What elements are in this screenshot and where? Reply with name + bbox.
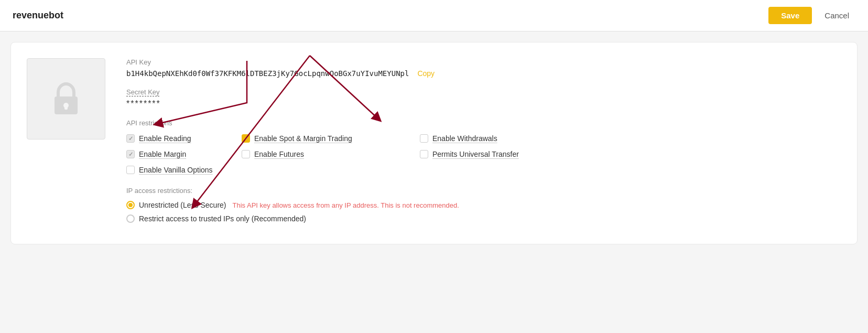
main-content: API Key b1H4kbQepNXEhKd0f0Wf37KFKM6lDTBE… [10,42,858,244]
checkbox-enable-reading-label[interactable]: Enable Reading [139,134,191,143]
checkbox-row-0: Enable Reading Enable Spot & Margin Trad… [126,134,841,143]
warning-text: This API key allows access from any IP a… [233,201,459,209]
cancel-button[interactable]: Cancel [818,7,855,24]
api-key-row: b1H4kbQepNXEhKd0f0Wf37KFKM6lDTBEZ3jKy7Go… [126,69,841,78]
checkbox-enable-withdrawals-input[interactable] [420,134,428,143]
secret-key-label: Secret Key [126,88,841,96]
api-restrictions-label: API restrictions [126,119,841,127]
checkbox-enable-margin-input[interactable] [126,150,135,158]
checkbox-enable-futures-input[interactable] [242,150,250,158]
checkbox-enable-reading-input[interactable] [126,134,135,143]
checkbox-enable-reading: Enable Reading [126,134,242,143]
checkbox-enable-spot-margin-label[interactable]: Enable Spot & Margin Trading [254,134,352,143]
radio-unrestricted-label[interactable]: Unrestricted (Less Secure) [139,201,226,209]
top-bar: revenuebot Save Cancel [0,0,868,31]
checkbox-enable-vanilla-input[interactable] [126,166,135,174]
restrictions-section: API restrictions Enable Reading Enab [126,119,841,223]
lock-icon [50,81,82,117]
radio-restrict-label[interactable]: Restrict access to trusted IPs only (Rec… [139,214,306,223]
radio-unrestricted: Unrestricted (Less Secure) This API key … [126,201,841,209]
checkbox-enable-futures-label[interactable]: Enable Futures [254,150,304,158]
checkbox-enable-spot-margin-input[interactable] [242,134,250,143]
checkbox-enable-vanilla: Enable Vanilla Options [126,166,242,174]
checkbox-enable-margin: Enable Margin [126,150,242,158]
save-button[interactable]: Save [768,7,812,24]
form-area: API Key b1H4kbQepNXEhKd0f0Wf37KFKM6lDTBE… [126,58,841,228]
checkbox-enable-margin-label[interactable]: Enable Margin [139,150,186,158]
radio-unrestricted-input[interactable] [126,201,135,209]
checkbox-permits-universal-label[interactable]: Permits Universal Transfer [432,150,519,158]
checkbox-enable-vanilla-label[interactable]: Enable Vanilla Options [139,166,213,174]
top-bar-actions: Save Cancel [768,7,855,24]
avatar [27,58,105,139]
checkbox-enable-futures: Enable Futures [242,150,420,158]
checkbox-enable-withdrawals: Enable Withdrawals [420,134,588,143]
checkbox-permits-universal: Permits Universal Transfer [420,150,588,158]
ip-restrictions-label: IP access restrictions: [126,187,841,195]
checkbox-enable-withdrawals-label[interactable]: Enable Withdrawals [432,134,497,143]
radio-restrict-input[interactable] [126,214,135,223]
checkbox-permits-universal-input[interactable] [420,150,428,158]
secret-key-value: ******** [126,99,841,109]
svg-rect-2 [64,105,68,110]
secret-key-section: Secret Key ******** [126,88,841,109]
ip-section: IP access restrictions: Unrestricted (Le… [126,187,841,223]
copy-button[interactable]: Copy [417,69,435,78]
checkboxes-container: Enable Reading Enable Spot & Margin Trad… [126,134,841,174]
api-key-label: API Key [126,58,841,66]
checkbox-enable-spot-margin: Enable Spot & Margin Trading [242,134,420,143]
checkbox-row-2: Enable Vanilla Options [126,166,841,174]
content-layout: API Key b1H4kbQepNXEhKd0f0Wf37KFKM6lDTBE… [27,58,841,228]
api-key-value: b1H4kbQepNXEhKd0f0Wf37KFKM6lDTBEZ3jKy7Go… [126,69,409,78]
radio-restrict: Restrict access to trusted IPs only (Rec… [126,214,841,223]
checkbox-row-1: Enable Margin Enable Futures Permits Uni… [126,150,841,158]
page-title: revenuebot [13,10,63,21]
